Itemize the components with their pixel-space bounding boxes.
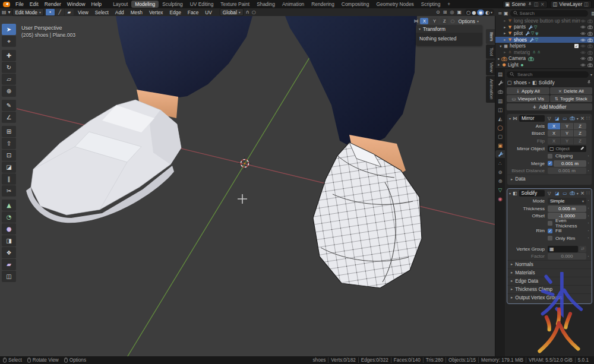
expand-icon[interactable]: ▸ xyxy=(503,50,507,55)
hide-viewport-icon[interactable] xyxy=(580,44,586,48)
show-in-edit-mode-toggle[interactable]: ◪ xyxy=(554,191,560,196)
tool-add-cube[interactable]: ⊞ xyxy=(2,126,16,137)
add-workspace-button[interactable]: + xyxy=(444,1,454,8)
data-section-header[interactable]: ▸ Data xyxy=(507,175,592,183)
disable-render-icon[interactable] xyxy=(587,56,593,61)
normals-section-header[interactable]: ▸ Normals xyxy=(507,260,592,268)
tab-output[interactable]: ▥ xyxy=(495,97,505,105)
even-thickness-checkbox[interactable] xyxy=(548,221,552,226)
extras-dropdown-icon[interactable]: ▾ xyxy=(577,191,579,195)
outliner-search[interactable] xyxy=(510,10,588,17)
show-in-edit-mode-toggle[interactable]: ◪ xyxy=(554,116,560,121)
properties-search-input[interactable] xyxy=(516,71,586,78)
output-vertex-groups-section-header[interactable]: ▸ Output Vertex Groups xyxy=(507,293,592,302)
workspace-tab-scripting[interactable]: Scripting xyxy=(418,1,444,8)
3d-viewport[interactable]: User Perspective (205) shoes | Plane.003… xyxy=(0,16,495,356)
mode-dropdown[interactable]: Simple ▾ xyxy=(548,198,586,204)
gizmos-icon[interactable]: ⊞ xyxy=(443,10,447,15)
outliner-row-camera[interactable]: ▸ Camera xyxy=(495,56,594,62)
tool-inset-faces[interactable]: ⊡ xyxy=(2,150,16,161)
material-preview-shading-icon[interactable]: ◉ xyxy=(477,10,484,15)
factor-field[interactable]: 0.000 xyxy=(548,253,586,259)
wireframe-shading-icon[interactable]: ○ xyxy=(466,10,470,15)
materials-section-header[interactable]: ▸ Materials xyxy=(507,268,592,277)
thickness-clamp-section-header[interactable]: ▸ Thickness Clamp xyxy=(507,285,592,293)
menu-help[interactable]: Help xyxy=(88,0,105,8)
flip-z-button[interactable]: Z xyxy=(574,138,586,144)
viewport-canvas[interactable] xyxy=(0,16,495,356)
drag-grip-icon[interactable]: ∷ xyxy=(586,190,590,196)
merge-threshold-field[interactable]: 0.001 m xyxy=(554,160,586,167)
mirror-x-button[interactable]: X xyxy=(420,18,428,24)
chevron-down-icon[interactable]: ▾ xyxy=(590,72,592,77)
show-in-render-toggle[interactable] xyxy=(570,116,575,121)
tool-measure[interactable]: ∠ xyxy=(2,112,16,123)
menu-add[interactable]: Add xyxy=(113,10,127,15)
mirror-y-button[interactable]: Y xyxy=(430,18,438,24)
outliner-row-helpers[interactable]: ▾ ▦ helpers ✓ xyxy=(495,43,594,49)
shading-dropdown-icon[interactable]: ▾ xyxy=(491,10,492,14)
workspace-tab-texture-paint[interactable]: Texture Paint xyxy=(217,1,253,8)
tool-shrink-fatten[interactable]: ❖ xyxy=(2,247,16,258)
menu-face[interactable]: Face xyxy=(185,10,201,15)
disable-render-icon[interactable] xyxy=(587,44,593,48)
tool-loop-cut[interactable]: ∥ xyxy=(2,173,16,185)
viewport-vis-button[interactable]: ▭ Viewport Vis xyxy=(507,95,549,102)
mirror-modifier-header[interactable]: ▾ ⋈ Mirror ▽ ◪ ▭ ▾ × ∷ xyxy=(507,114,592,122)
solid-shading-icon[interactable]: ● xyxy=(472,10,476,15)
decorator-dot[interactable]: · xyxy=(586,168,590,174)
workspace-tab-rendering[interactable]: Rendering xyxy=(308,1,338,8)
tab-view-layer[interactable]: ◫ xyxy=(495,106,505,113)
right-shoe-edit-mesh[interactable] xyxy=(313,143,422,288)
collapse-icon[interactable]: ▾ xyxy=(509,191,511,195)
tool-extrude-region[interactable]: ⇧ xyxy=(2,138,16,149)
mirror-object-field[interactable]: ▢ Object xyxy=(548,145,586,152)
expand-icon[interactable]: ▸ xyxy=(503,31,507,36)
outliner-row-shoes[interactable]: ▸ ▼ shoes ▽ xyxy=(495,37,594,43)
bisect-y-button[interactable]: Y xyxy=(561,130,573,137)
new-scene-icon[interactable]: ◫ xyxy=(534,1,539,7)
menu-file[interactable]: File xyxy=(12,0,27,8)
bisect-z-button[interactable]: Z xyxy=(574,130,586,137)
tab-material[interactable]: ◉ xyxy=(495,195,505,202)
collapse-icon[interactable]: ▾ xyxy=(509,116,511,121)
tab-scene[interactable]: ◭ xyxy=(495,115,505,122)
tab-constraints[interactable]: ⊛ xyxy=(495,177,505,185)
edge-select-mode-button[interactable]: ╱ xyxy=(55,9,64,15)
hide-viewport-icon[interactable] xyxy=(580,25,586,29)
disable-render-icon[interactable] xyxy=(587,50,593,55)
add-modifier-button[interactable]: + Add Modifier xyxy=(507,103,592,110)
expand-icon[interactable]: ▸ xyxy=(503,25,507,30)
sidebar-tab-item[interactable]: Item xyxy=(486,29,495,44)
outliner-row-pilot[interactable]: ▸ ▼ pilot ▽ ψ xyxy=(495,30,594,37)
tab-world[interactable]: ◯ xyxy=(495,124,505,131)
axis-z-button[interactable]: Z xyxy=(574,123,586,129)
outliner-search-input[interactable] xyxy=(520,11,585,16)
collection-checkbox[interactable]: ✓ xyxy=(574,44,579,48)
decorator-dot[interactable]: · xyxy=(586,160,590,166)
merge-checkbox[interactable]: ✓ xyxy=(548,161,552,166)
tool-knife[interactable]: ✂ xyxy=(2,185,16,197)
disable-render-icon[interactable] xyxy=(587,63,593,67)
right-pant-leg[interactable] xyxy=(285,16,417,151)
unlink-scene-icon[interactable]: × xyxy=(541,1,545,7)
menu-render[interactable]: Render xyxy=(42,0,64,8)
bisect-distance-field[interactable]: 0.001 m xyxy=(548,167,586,174)
menu-mesh[interactable]: Mesh xyxy=(128,10,145,15)
tool-smooth[interactable]: ● xyxy=(2,223,16,235)
workspace-tab-shading[interactable]: Shading xyxy=(253,1,279,8)
disable-render-icon[interactable] xyxy=(587,31,593,36)
hide-viewport-icon[interactable] xyxy=(580,19,586,23)
menu-edit[interactable]: Edit xyxy=(27,0,42,8)
menu-window[interactable]: Window xyxy=(64,0,89,8)
bisect-x-button[interactable]: X xyxy=(548,130,560,137)
modifier-name-field[interactable]: Solidify xyxy=(519,190,545,197)
workspace-tab-modeling[interactable]: Modeling xyxy=(131,1,159,8)
face-select-mode-button[interactable]: ▰ xyxy=(65,9,74,15)
rendered-shading-icon[interactable]: ◐ xyxy=(485,10,489,15)
disable-render-icon[interactable] xyxy=(587,38,593,42)
only-rim-checkbox[interactable] xyxy=(548,236,552,240)
outliner-row-light[interactable]: ▸ ● Light ● xyxy=(495,62,594,68)
expand-icon[interactable]: ▸ xyxy=(497,62,501,67)
expand-icon[interactable]: ▸ xyxy=(497,56,501,61)
